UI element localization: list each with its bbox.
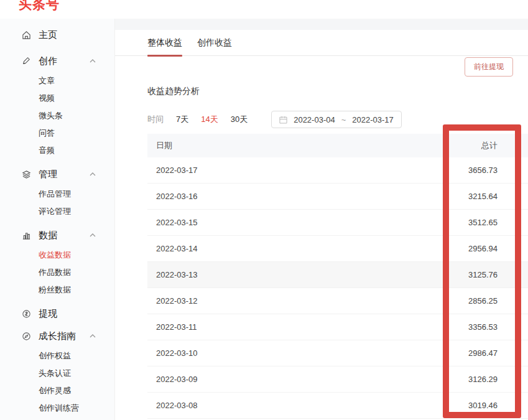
sidebar-item-label: 数据 bbox=[39, 230, 57, 241]
cell-date: 2022-03-11 bbox=[147, 322, 416, 332]
sidebar-sub-label: 头条认证 bbox=[39, 368, 71, 379]
sidebar-item-manage[interactable]: 管理 bbox=[0, 163, 114, 185]
chevron-up-icon[interactable] bbox=[90, 59, 96, 63]
pencil-icon bbox=[21, 56, 31, 66]
tab-label: 创作收益 bbox=[197, 37, 232, 49]
sidebar-item-revenue-data[interactable]: 收益数据 bbox=[0, 246, 114, 264]
go-withdraw-button[interactable]: 前往提现 bbox=[465, 57, 513, 77]
sidebar-sub-label: 收益数据 bbox=[39, 250, 71, 261]
sidebar-item-label: 管理 bbox=[39, 169, 57, 180]
sidebar-sub-label: 创作灵感 bbox=[39, 385, 71, 396]
sidebar-item-label: 创作 bbox=[39, 55, 57, 67]
cell-date: 2022-03-09 bbox=[147, 375, 416, 384]
time-filter: 时间 7天 14天 30天 2022-03-04 ~ 2022-03-17 bbox=[147, 111, 528, 128]
bar-chart-icon bbox=[21, 230, 31, 240]
tab-label: 整体收益 bbox=[147, 37, 182, 49]
section-title: 收益趋势分析 bbox=[147, 86, 528, 97]
date-range-separator: ~ bbox=[341, 115, 346, 124]
cell-total: 3512.65 bbox=[416, 218, 528, 227]
sidebar-item-withdraw[interactable]: 提现 bbox=[0, 302, 114, 325]
table-row: 2022-03-13 3125.76 bbox=[147, 262, 528, 288]
table-row: 2022-03-14 2956.94 bbox=[147, 236, 528, 262]
cell-date: 2022-03-10 bbox=[147, 348, 416, 358]
sidebar-item-qa[interactable]: 问答 bbox=[0, 124, 114, 142]
cell-total: 3019.46 bbox=[416, 401, 528, 410]
column-header-date: 日期 bbox=[147, 140, 416, 151]
table-row: 2022-03-08 3019.46 bbox=[147, 393, 528, 419]
sidebar-sub-label: 问答 bbox=[39, 128, 55, 139]
sidebar-item-fans-data[interactable]: 粉丝数据 bbox=[0, 281, 114, 299]
top-bar: 头条号 bbox=[0, 0, 528, 19]
main-panel: 整体收益 创作收益 前往提现 收益趋势分析 时间 7天 14天 30天 2022… bbox=[115, 30, 528, 420]
cell-total: 3125.76 bbox=[416, 270, 528, 279]
revenue-tabs: 整体收益 创作收益 bbox=[115, 30, 528, 56]
time-filter-label: 时间 bbox=[147, 114, 164, 125]
sidebar-sub-label: 创作权益 bbox=[39, 350, 71, 362]
sidebar-item-growth-guide[interactable]: 成长指南 bbox=[0, 325, 114, 347]
sidebar-item-creation-rights[interactable]: 创作权益 bbox=[0, 347, 114, 365]
home-icon bbox=[21, 30, 31, 40]
cell-total: 2956.94 bbox=[416, 244, 528, 253]
sidebar-sub-label: 粉丝数据 bbox=[39, 284, 71, 296]
cell-date: 2022-03-08 bbox=[147, 401, 416, 410]
tab-creation-revenue[interactable]: 创作收益 bbox=[197, 30, 232, 56]
filter-7-days[interactable]: 7天 bbox=[176, 114, 188, 125]
sidebar-item-label: 提现 bbox=[39, 308, 57, 320]
sidebar-item-works-data[interactable]: 作品数据 bbox=[0, 264, 114, 281]
sidebar-item-comments-manage[interactable]: 评论管理 bbox=[0, 203, 114, 220]
sidebar-item-audio[interactable]: 音频 bbox=[0, 142, 114, 159]
sidebar-item-creation-inspiration[interactable]: 创作灵感 bbox=[0, 382, 114, 399]
table-row: 2022-03-17 3656.73 bbox=[147, 157, 528, 184]
cell-total: 3126.29 bbox=[416, 375, 528, 384]
filter-30-days[interactable]: 30天 bbox=[231, 114, 248, 125]
sidebar-item-label: 主页 bbox=[39, 29, 57, 41]
table-header-row: 日期 总计 bbox=[147, 134, 528, 157]
revenue-table: 日期 总计 2022-03-17 3656.73 2022-03-16 3215… bbox=[147, 134, 528, 419]
sidebar-sub-label: 文章 bbox=[39, 75, 55, 86]
cell-date: 2022-03-15 bbox=[147, 218, 416, 227]
chevron-up-icon[interactable] bbox=[90, 233, 96, 237]
sidebar-sub-label: 视频 bbox=[39, 93, 55, 104]
coin-icon bbox=[21, 309, 31, 319]
table-row: 2022-03-12 2856.25 bbox=[147, 288, 528, 314]
chevron-up-icon[interactable] bbox=[90, 172, 96, 176]
table-row: 2022-03-11 3356.53 bbox=[147, 314, 528, 340]
sidebar-item-home[interactable]: 主页 bbox=[0, 24, 114, 46]
sidebar-item-toutiao-cert[interactable]: 头条认证 bbox=[0, 365, 114, 382]
cell-total: 3656.73 bbox=[416, 166, 528, 175]
sidebar-sub-label: 作品管理 bbox=[39, 189, 71, 200]
sidebar-item-label: 成长指南 bbox=[39, 330, 76, 342]
cell-total: 3215.64 bbox=[416, 192, 528, 201]
cell-date: 2022-03-13 bbox=[147, 270, 416, 279]
calendar-icon bbox=[279, 116, 287, 124]
column-header-total: 总计 bbox=[416, 140, 528, 151]
sidebar-item-videos[interactable]: 视频 bbox=[0, 90, 114, 107]
filter-14-days[interactable]: 14天 bbox=[201, 114, 218, 125]
cell-date: 2022-03-12 bbox=[147, 296, 416, 306]
cell-total: 2856.25 bbox=[416, 296, 528, 306]
sidebar-sub-label: 评论管理 bbox=[39, 206, 71, 217]
app-logo[interactable]: 头条号 bbox=[19, 0, 60, 13]
date-range-end: 2022-03-17 bbox=[352, 115, 394, 124]
cell-date: 2022-03-16 bbox=[147, 192, 416, 201]
chevron-up-icon[interactable] bbox=[90, 334, 96, 338]
layers-icon bbox=[21, 169, 31, 179]
date-range-picker[interactable]: 2022-03-04 ~ 2022-03-17 bbox=[271, 111, 402, 128]
compass-icon bbox=[21, 331, 31, 341]
sidebar-item-microtoutiao[interactable]: 微头条 bbox=[0, 107, 114, 124]
sidebar-item-articles[interactable]: 文章 bbox=[0, 72, 114, 90]
sidebar-item-data[interactable]: 数据 bbox=[0, 224, 114, 246]
sidebar-item-creation-camp[interactable]: 创作训练营 bbox=[0, 399, 114, 417]
tab-overall-revenue[interactable]: 整体收益 bbox=[147, 30, 182, 56]
date-range-start: 2022-03-04 bbox=[294, 115, 335, 124]
cell-total: 2986.47 bbox=[416, 348, 528, 358]
sidebar-sub-label: 音频 bbox=[39, 145, 55, 156]
cell-total: 3356.53 bbox=[416, 322, 528, 332]
table-row: 2022-03-15 3512.65 bbox=[147, 210, 528, 236]
sidebar-item-create[interactable]: 创作 bbox=[0, 50, 114, 72]
sidebar-sub-label: 微头条 bbox=[39, 110, 63, 121]
sidebar-sub-label: 创作训练营 bbox=[39, 403, 79, 414]
cell-date: 2022-03-14 bbox=[147, 244, 416, 253]
sidebar-item-works-manage[interactable]: 作品管理 bbox=[0, 185, 114, 203]
table-row: 2022-03-10 2986.47 bbox=[147, 340, 528, 366]
